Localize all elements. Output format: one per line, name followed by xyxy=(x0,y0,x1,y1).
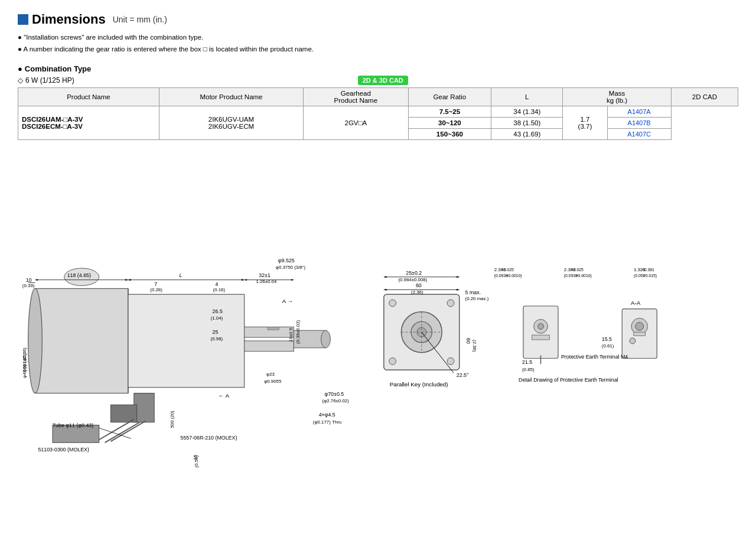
drawing-container: 22.5° 10 (0.39) 118 (4.65) L 32±1 1.26±0… xyxy=(18,152,738,530)
svg-rect-9 xyxy=(245,341,294,352)
svg-point-24 xyxy=(447,358,454,365)
svg-text:(1.04): (1.04) xyxy=(211,315,223,321)
svg-text:10±0.5: 10±0.5 xyxy=(288,327,294,342)
product-table: Product Name Motor Product Name Gearhead… xyxy=(18,87,738,140)
svg-text:+0.0010): +0.0010) xyxy=(576,274,592,278)
page-title: Dimensions xyxy=(32,12,106,27)
col-header-gearhead: GearheadProduct Name xyxy=(304,88,408,106)
svg-text:A-A: A-A xyxy=(631,300,641,306)
svg-text:5 max.: 5 max. xyxy=(465,289,481,295)
svg-text:Protective Earth Terminal M4: Protective Earth Terminal M4 xyxy=(561,354,628,360)
svg-text:φ0.3750 (3/8"): φ0.3750 (3/8") xyxy=(276,265,306,270)
svg-text:32±1: 32±1 xyxy=(259,272,271,278)
svg-text:+0.0010): +0.0010) xyxy=(506,274,522,278)
subtitle-row: 6 W (1/125 HP) 2D & 3D CAD xyxy=(18,76,738,85)
svg-text:4: 4 xyxy=(216,281,219,287)
l-3: 43 (1.69) xyxy=(491,129,563,140)
cad-2[interactable]: A1407B xyxy=(607,118,671,129)
svg-text:φ0.9055: φ0.9055 xyxy=(264,379,282,384)
svg-text:(0.61): (0.61) xyxy=(602,343,614,349)
svg-text:1.26±0.04: 1.26±0.04 xyxy=(256,279,277,284)
svg-text:26.5: 26.5 xyxy=(213,308,223,314)
svg-text:(0.28): (0.28) xyxy=(150,287,162,292)
cad-1[interactable]: A1407A xyxy=(607,106,671,118)
col-header-mass: Masskg (lb.) xyxy=(563,88,671,106)
svg-text:+0.025: +0.025 xyxy=(571,268,584,272)
svg-point-5 xyxy=(28,289,43,393)
svg-text:+0.015): +0.015) xyxy=(643,274,657,278)
svg-line-16 xyxy=(105,422,140,442)
svg-rect-7 xyxy=(128,294,245,387)
svg-text:5557-06R-210 (MOLEX): 5557-06R-210 (MOLEX) xyxy=(180,435,237,441)
svg-text:(φ0.177) Thru: (φ0.177) Thru xyxy=(313,419,341,425)
col-header-l: L xyxy=(491,88,563,106)
svg-text:φ47 (φ1.85): φ47 (φ1.85) xyxy=(22,353,27,378)
svg-point-12 xyxy=(321,330,331,348)
svg-point-39 xyxy=(636,323,644,331)
svg-text:22.5°: 22.5° xyxy=(457,372,469,378)
unit-label: Unit = mm (in.) xyxy=(113,15,167,24)
svg-rect-4 xyxy=(35,289,128,393)
svg-text:(0.59): (0.59) xyxy=(194,455,199,468)
motor-name-cell: 2IK6UGV-UAM2IK6UGV-ECM xyxy=(159,106,303,140)
svg-rect-40 xyxy=(634,332,646,336)
svg-text:(2.36): (2.36) xyxy=(411,289,423,295)
svg-text:φ70±0.5: φ70±0.5 xyxy=(324,392,344,398)
svg-text:+0.025: +0.025 xyxy=(501,268,514,272)
svg-rect-35 xyxy=(532,335,550,340)
svg-text:25: 25 xyxy=(213,329,219,335)
svg-line-17 xyxy=(110,421,145,441)
note-1: "Installation screws" are included with … xyxy=(18,32,738,44)
svg-point-22 xyxy=(447,300,454,307)
svg-text:7: 7 xyxy=(154,281,157,287)
ratio-1: 7.5~25 xyxy=(408,106,491,118)
bullet-notes: "Installation screws" are included with … xyxy=(18,32,738,55)
mass-cell: 1.7(3.7) xyxy=(563,106,607,140)
l-2: 38 (1.50) xyxy=(491,118,563,129)
svg-text:L: L xyxy=(180,272,183,278)
svg-text:Parallel Key (Included): Parallel Key (Included) xyxy=(390,381,448,388)
svg-text:60: 60 xyxy=(465,338,471,344)
ratio-2: 30~120 xyxy=(408,118,491,129)
svg-text:118 (4.65): 118 (4.65) xyxy=(67,272,91,278)
svg-text:(0.39): (0.39) xyxy=(22,284,35,289)
cad-3[interactable]: A1407C xyxy=(607,129,671,140)
col-header-ratio: Gear Ratio xyxy=(408,88,491,106)
section-title: Combination Type xyxy=(18,64,738,73)
technical-drawing: 22.5° 10 (0.39) 118 (4.65) L 32±1 1.26±0… xyxy=(18,152,738,530)
svg-text:(φ2.76±0.02): (φ2.76±0.02) xyxy=(322,398,350,403)
gearhead-name-cell: 2GV□A xyxy=(304,106,408,140)
svg-text:A →: A → xyxy=(282,298,294,304)
svg-rect-10 xyxy=(268,327,279,330)
svg-text:φ9.525: φ9.525 xyxy=(278,258,295,263)
svg-text:(0.85): (0.85) xyxy=(522,367,535,372)
ratio-3: 150~360 xyxy=(408,129,491,140)
svg-point-34 xyxy=(538,324,544,330)
svg-text:(2.36): (2.36) xyxy=(472,340,477,352)
svg-text:Tube φ11 (φ0.43): Tube φ11 (φ0.43) xyxy=(53,422,93,428)
col-header-2dcad: 2D CAD xyxy=(671,88,738,106)
cad-badge: 2D & 3D CAD xyxy=(358,76,408,85)
svg-text:φ23: φ23 xyxy=(266,372,275,377)
svg-point-21 xyxy=(389,300,396,307)
svg-text:51103-0300 (MOLEX): 51103-0300 (MOLEX) xyxy=(38,447,89,453)
svg-text:60: 60 xyxy=(416,283,422,289)
note-2: A number indicating the gear ratio is en… xyxy=(18,44,738,56)
svg-text:4×φ4.5: 4×φ4.5 xyxy=(319,412,335,418)
svg-text:10: 10 xyxy=(26,277,32,283)
col-header-motor: Motor Product Name xyxy=(159,88,303,106)
svg-text:21.5: 21.5 xyxy=(522,359,532,365)
power-label: 6 W (1/125 HP) xyxy=(25,76,74,84)
blue-square-icon xyxy=(18,14,28,25)
col-header-product: Product Name xyxy=(18,88,159,106)
diamond-icon xyxy=(18,76,23,84)
svg-text:(0.39±0.02): (0.39±0.02) xyxy=(295,320,301,344)
svg-point-23 xyxy=(389,358,396,365)
svg-text:← A: ← A xyxy=(218,393,229,399)
svg-text:(0.984±0.008): (0.984±0.008) xyxy=(398,277,427,282)
svg-text:15.5: 15.5 xyxy=(602,336,612,342)
svg-point-41 xyxy=(630,338,636,344)
svg-text:(0.98): (0.98) xyxy=(211,336,223,341)
svg-text:+0.381: +0.381 xyxy=(642,268,654,272)
svg-text:(0.16): (0.16) xyxy=(213,287,226,292)
